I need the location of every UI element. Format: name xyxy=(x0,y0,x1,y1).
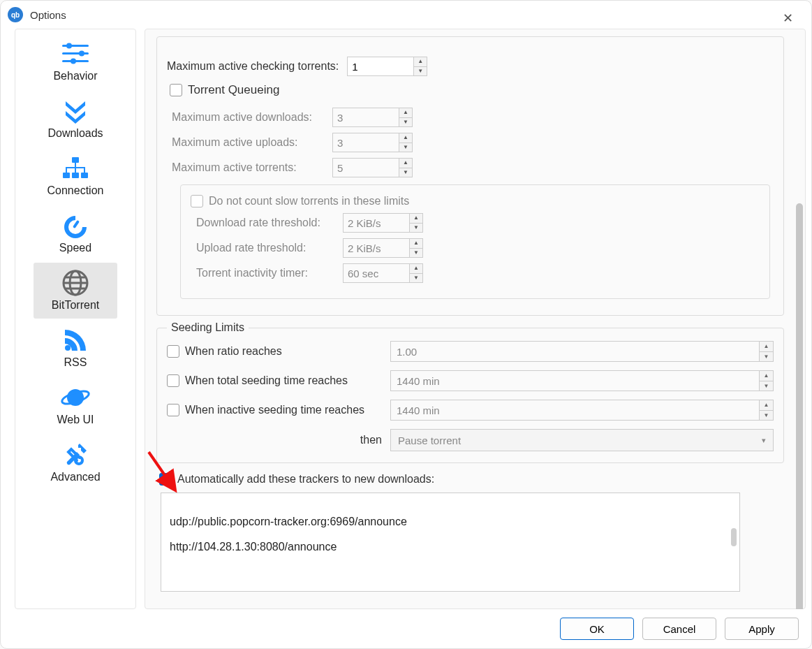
spin-up-icon: ▲ xyxy=(760,371,773,381)
max-active-checking-label: Maximum active checking torrents: xyxy=(167,60,339,73)
inactive-seeding-checkbox[interactable] xyxy=(167,404,179,416)
sidebar-item-webui[interactable]: Web UI xyxy=(18,377,133,433)
sidebar-item-label: Advanced xyxy=(50,471,100,483)
sidebar-item-label: BitTorrent xyxy=(52,299,99,312)
ratio-spinbox: ▲▼ xyxy=(390,341,774,362)
network-icon xyxy=(60,154,91,183)
globe-icon xyxy=(61,268,89,298)
svg-point-1 xyxy=(66,43,72,49)
dialog-footer: OK Cancel Apply xyxy=(1,609,811,648)
sidebar-item-downloads[interactable]: Downloads xyxy=(18,91,133,147)
inactive-seeding-input xyxy=(390,400,760,421)
inactivity-timer-label: Torrent inactivity timer: xyxy=(196,267,343,279)
total-seeding-checkbox[interactable] xyxy=(167,374,179,387)
total-seeding-label: When total seeding time reaches xyxy=(185,374,348,387)
sidebar: Behavior Downloads Connection Speed xyxy=(15,29,136,609)
spin-down-icon[interactable]: ▼ xyxy=(414,67,427,76)
torrent-queueing-label: Torrent Queueing xyxy=(188,83,279,97)
then-label: then xyxy=(167,434,390,446)
inactivity-timer-input xyxy=(343,263,409,283)
spin-down-icon: ▼ xyxy=(760,352,773,362)
svg-rect-2 xyxy=(62,52,89,54)
sidebar-item-rss[interactable]: RSS xyxy=(18,320,133,376)
gauge-icon xyxy=(61,211,89,240)
inactive-seeding-spinbox: ▲▼ xyxy=(390,400,774,421)
auto-trackers-section: Automatically add these trackers to new … xyxy=(156,473,784,592)
window-title: Options xyxy=(30,9,66,21)
sidebar-item-label: Connection xyxy=(47,184,104,197)
svg-rect-7 xyxy=(63,173,70,178)
max-active-torrents-spinbox: ▲▼ xyxy=(332,158,773,177)
svg-rect-9 xyxy=(81,173,88,178)
sidebar-item-behavior[interactable]: Behavior xyxy=(18,34,133,89)
svg-rect-13 xyxy=(75,168,76,173)
titlebar: qb Options ✕ xyxy=(1,1,811,29)
sidebar-item-label: Downloads xyxy=(47,127,103,140)
sidebar-item-advanced[interactable]: Advanced xyxy=(18,435,133,490)
ratio-checkbox[interactable] xyxy=(167,345,179,358)
spin-down-icon: ▼ xyxy=(399,143,412,152)
total-seeding-input xyxy=(390,370,760,391)
auto-trackers-textarea[interactable]: udp://public.popcorn-tracker.org:6969/an… xyxy=(161,493,740,592)
max-active-downloads-input xyxy=(332,108,399,127)
svg-rect-6 xyxy=(72,157,79,163)
max-active-uploads-input xyxy=(332,133,399,152)
spin-up-icon: ▲ xyxy=(760,400,773,411)
sidebar-item-bittorrent[interactable]: BitTorrent xyxy=(34,263,117,319)
spin-up-icon: ▲ xyxy=(760,342,773,352)
spin-down-icon: ▼ xyxy=(410,224,422,233)
svg-rect-0 xyxy=(62,45,89,47)
slow-torrents-group: Do not count slow torrents in these limi… xyxy=(180,184,770,299)
spin-up-icon: ▲ xyxy=(399,159,412,168)
ul-threshold-spinbox: ▲▼ xyxy=(343,238,760,258)
then-action-value: Pause torrent xyxy=(398,435,461,446)
ok-button[interactable]: OK xyxy=(560,618,634,640)
tracker-text: udp://public.popcorn-tracker.org:6969/an… xyxy=(170,516,407,553)
torrent-queueing-checkbox[interactable] xyxy=(170,84,182,96)
max-active-checking-input[interactable] xyxy=(347,57,413,76)
ul-threshold-label: Upload rate threshold: xyxy=(196,242,343,254)
textarea-scrollbar[interactable] xyxy=(731,528,737,546)
max-active-downloads-spinbox: ▲▼ xyxy=(332,108,773,127)
auto-trackers-checkbox[interactable] xyxy=(159,473,172,486)
content-scrollbar[interactable] xyxy=(796,203,803,609)
sidebar-item-speed[interactable]: Speed xyxy=(18,205,133,261)
inactive-seeding-label: When inactive seeding time reaches xyxy=(185,404,364,416)
ratio-input xyxy=(390,341,760,362)
slow-torrents-label: Do not count slow torrents in these limi… xyxy=(209,195,409,207)
spin-up-icon: ▲ xyxy=(410,239,422,249)
max-active-uploads-spinbox: ▲▼ xyxy=(332,133,773,152)
spin-down-icon: ▼ xyxy=(410,249,422,258)
tools-icon xyxy=(61,440,89,469)
slow-torrents-checkbox xyxy=(191,195,203,207)
spin-up-icon[interactable]: ▲ xyxy=(414,57,427,67)
content-panel: Maximum active checking torrents: ▲▼ Tor… xyxy=(145,29,806,609)
spin-down-icon: ▼ xyxy=(399,118,412,127)
apply-button[interactable]: Apply xyxy=(725,618,799,640)
max-active-checking-spinbox[interactable]: ▲▼ xyxy=(347,57,427,76)
ul-threshold-input xyxy=(343,238,409,258)
sidebar-item-label: Speed xyxy=(59,242,91,254)
dl-threshold-input xyxy=(343,213,409,233)
spin-down-icon: ▼ xyxy=(760,381,773,391)
then-action-dropdown: Pause torrent ▾ xyxy=(390,429,774,451)
max-active-torrents-input xyxy=(332,158,399,177)
planet-icon xyxy=(61,383,90,412)
spin-down-icon: ▼ xyxy=(410,274,422,283)
cancel-button[interactable]: Cancel xyxy=(642,618,716,640)
close-icon[interactable]: ✕ xyxy=(776,8,800,29)
svg-rect-14 xyxy=(84,168,85,173)
svg-rect-11 xyxy=(66,167,85,168)
max-active-uploads-label: Maximum active uploads: xyxy=(172,136,332,149)
svg-point-21 xyxy=(65,345,71,351)
spin-up-icon: ▲ xyxy=(399,108,412,118)
total-seeding-spinbox: ▲▼ xyxy=(390,370,774,391)
seeding-limits-legend: Seeding Limits xyxy=(167,321,249,334)
spin-up-icon: ▲ xyxy=(410,264,422,274)
app-icon: qb xyxy=(8,7,23,22)
svg-rect-12 xyxy=(66,168,67,173)
sidebar-item-connection[interactable]: Connection xyxy=(18,148,133,204)
rss-icon xyxy=(62,326,89,355)
svg-rect-10 xyxy=(75,163,76,167)
spin-up-icon: ▲ xyxy=(410,214,422,224)
